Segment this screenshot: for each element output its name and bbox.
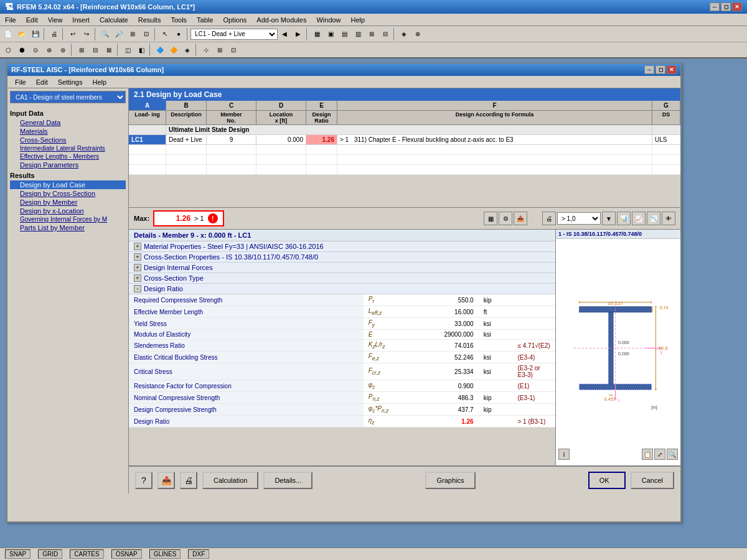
tree-parts-list[interactable]: Parts List by Member (10, 223, 126, 232)
tb-loadcase-combo[interactable]: LC1 - Dead + Live (190, 29, 278, 40)
menu-addon[interactable]: Add-on Modules (251, 15, 311, 25)
tb-zoom-out[interactable]: 🔎 (112, 27, 126, 41)
tree-design-load-case[interactable]: Design by Load Case (10, 180, 126, 189)
tb2-t6[interactable]: ⊞ (75, 43, 88, 57)
tree-design-params[interactable]: Design Parameters (10, 161, 126, 169)
tb2-grid[interactable]: ⊞ (213, 43, 227, 57)
menu-help[interactable]: Help (346, 15, 370, 25)
tb2-t7[interactable]: ⊟ (88, 43, 102, 57)
tb-zoom-in[interactable]: 🔍 (98, 27, 112, 41)
help-icon-btn[interactable]: ? (135, 472, 153, 489)
rfem-close-btn[interactable]: ✕ (732, 2, 742, 11)
rf-menu-settings[interactable]: Settings (53, 77, 88, 87)
expand-material[interactable]: + Material Properties - Steel Fy=33 | AN… (129, 241, 555, 252)
tb-new[interactable]: 📄 (1, 27, 15, 41)
menu-file[interactable]: File (0, 15, 21, 25)
tb2-render1[interactable]: 🔷 (153, 43, 167, 57)
tb2-axis[interactable]: ⊹ (199, 43, 213, 57)
tb-print[interactable]: 🖨 (47, 27, 61, 41)
case-combo[interactable]: CA1 - Design of steel members (10, 91, 126, 103)
print-icon-btn[interactable]: 🖨 (180, 472, 197, 489)
tb2-t5[interactable]: ⊚ (56, 43, 70, 57)
menu-window[interactable]: Window (311, 15, 345, 25)
rf-menu-file[interactable]: File (10, 77, 31, 87)
menu-options[interactable]: Options (218, 15, 251, 25)
cancel-button[interactable]: Cancel (631, 472, 674, 489)
tb-tool7[interactable]: ◈ (397, 27, 411, 41)
rf-menu-edit[interactable]: Edit (31, 77, 53, 87)
cs-info-btn[interactable]: i (558, 449, 570, 460)
menu-calculate[interactable]: Calculate (95, 15, 133, 25)
status-glines[interactable]: GLINES (149, 549, 181, 559)
export-icon-btn[interactable]: 📤 (157, 472, 175, 489)
cs-zoom-btn[interactable]: 🔍 (667, 449, 678, 460)
tb-prev-lc[interactable]: ◀ (278, 27, 291, 41)
max-btn-view[interactable]: 👁 (662, 212, 675, 225)
tb-tool4[interactable]: ▥ (351, 27, 365, 41)
status-grid[interactable]: GRID (38, 549, 62, 559)
cs-copy-btn[interactable]: 📋 (642, 449, 653, 460)
tb-save[interactable]: 💾 (29, 27, 42, 41)
tb-zoom-fit[interactable]: ⊞ (126, 27, 139, 41)
max-btn-members[interactable]: ▦ (484, 212, 497, 225)
menu-results[interactable]: Results (133, 15, 166, 25)
tb-tool3[interactable]: ▤ (337, 27, 351, 41)
tb-zoom-sel[interactable]: ⊡ (139, 27, 153, 41)
tree-general-data[interactable]: General Data (10, 118, 126, 127)
tree-design-member[interactable]: Design by Member (10, 198, 126, 207)
tb-redo[interactable]: ↪ (80, 27, 93, 41)
tb2-render2[interactable]: 🔶 (167, 43, 181, 57)
menu-insert[interactable]: Insert (67, 15, 95, 25)
expand-cs-type[interactable]: + Cross-Section Type (129, 273, 555, 284)
tb2-snap[interactable]: ⊡ (227, 43, 240, 57)
max-filter-combo[interactable]: > 1,0 (557, 212, 601, 225)
max-btn-export[interactable]: 📤 (514, 212, 527, 225)
tb-next-lc[interactable]: ▶ (291, 27, 305, 41)
tb2-t2[interactable]: ⬢ (15, 43, 29, 57)
max-btn-results2[interactable]: 📈 (632, 212, 646, 225)
tree-effective-lengths[interactable]: Effective Lengths - Members (10, 152, 126, 161)
tb2-t4[interactable]: ⊛ (42, 43, 56, 57)
tb-undo[interactable]: ↩ (66, 27, 80, 41)
rfem-restore-btn[interactable]: ◻ (721, 2, 731, 11)
tree-cross-sections[interactable]: Cross-Sections (10, 136, 126, 144)
menu-table[interactable]: Table (192, 15, 218, 25)
tb-tool2[interactable]: ▣ (324, 27, 337, 41)
tb2-render3[interactable]: ◈ (181, 43, 194, 57)
menu-view[interactable]: View (43, 15, 68, 25)
tb2-t3[interactable]: ⊙ (29, 43, 42, 57)
max-value-input[interactable] (159, 214, 190, 223)
calculation-button[interactable]: Calculation (202, 472, 258, 489)
status-snap[interactable]: SNAP (5, 549, 31, 559)
tb-open[interactable]: 📂 (15, 27, 29, 41)
expand-design-ratio[interactable]: - Design Ratio (129, 284, 555, 294)
status-osnap[interactable]: OSNAP (111, 549, 142, 559)
rf-restore-btn[interactable]: ◻ (655, 65, 665, 74)
tb-select[interactable]: ↖ (158, 27, 172, 41)
status-dxf[interactable]: DXF (188, 549, 209, 559)
status-cartes[interactable]: CARTES (70, 549, 103, 559)
expand-internal-forces[interactable]: + Design Internal Forces (129, 263, 555, 273)
tb-tool8[interactable]: ⊕ (411, 27, 425, 41)
details-button[interactable]: Details... (263, 472, 312, 489)
rfem-minimize-btn[interactable]: ─ (710, 2, 720, 11)
tree-design-cross-section[interactable]: Design by Cross-Section (10, 189, 126, 198)
tree-intermediate-restraints[interactable]: Intermediate Lateral Restraints (10, 144, 126, 152)
rf-minimize-btn[interactable]: ─ (644, 65, 654, 74)
max-btn-filter[interactable]: ▼ (602, 212, 616, 225)
expand-cross-section[interactable]: + Cross-Section Properties - IS 10.38/10… (129, 252, 555, 263)
max-btn-settings[interactable]: ⚙ (499, 212, 512, 225)
rf-menu-help[interactable]: Help (87, 77, 111, 87)
ok-button[interactable]: OK (588, 472, 626, 489)
tree-design-x-location[interactable]: Design by x-Location (10, 207, 126, 215)
menu-edit[interactable]: Edit (21, 15, 43, 25)
menu-tools[interactable]: Tools (166, 15, 192, 25)
max-btn-results1[interactable]: 📊 (617, 212, 631, 225)
tb-tool6[interactable]: ⊟ (378, 27, 392, 41)
graphics-button[interactable]: Graphics (425, 472, 475, 489)
tb2-t9[interactable]: ◫ (121, 43, 134, 57)
max-btn-results3[interactable]: 📉 (647, 212, 660, 225)
tree-materials[interactable]: Materials (10, 127, 126, 136)
tb2-t1[interactable]: ⬡ (1, 43, 15, 57)
tb2-t8[interactable]: ⊠ (102, 43, 116, 57)
